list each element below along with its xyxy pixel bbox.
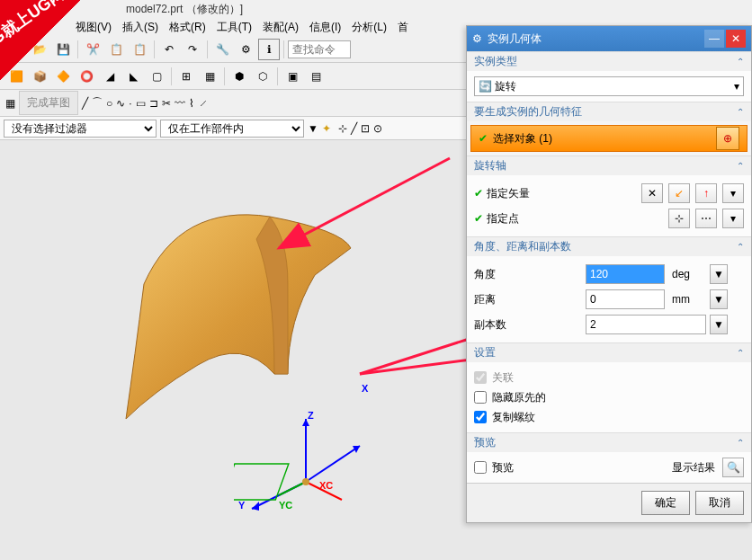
undo-icon[interactable]: ↶ — [158, 39, 180, 60]
chevron-up-icon: ⌃ — [737, 107, 744, 117]
vector-axis-button[interactable]: ↑ — [695, 183, 717, 203]
feat1-icon[interactable]: ▣ — [282, 66, 303, 87]
pattern-icon[interactable]: ⊞ — [175, 66, 197, 87]
associative-checkbox — [474, 371, 487, 384]
curve2-icon[interactable]: ⌇ — [189, 97, 194, 110]
info-icon[interactable]: ℹ — [258, 39, 280, 60]
show-result-button[interactable]: 🔍 — [722, 458, 744, 477]
snap3-icon[interactable]: ⊡ — [361, 122, 370, 135]
vector-dropdown[interactable]: ▾ — [722, 183, 744, 203]
svg-line-7 — [279, 482, 306, 495]
minimize-button[interactable]: — — [704, 30, 724, 48]
ok-button[interactable]: 确定 — [641, 491, 690, 515]
scope-filter[interactable]: 仅在工作部件内 — [160, 120, 304, 138]
section-instance-type[interactable]: 实例类型⌃ — [467, 51, 751, 71]
tool-icon[interactable]: 🔧 — [211, 39, 233, 60]
menu-pref[interactable]: 首 — [394, 18, 412, 37]
section-parameters[interactable]: 角度、距离和副本数⌃ — [467, 236, 751, 256]
preview-checkbox[interactable] — [474, 461, 487, 474]
select-object-row[interactable]: ✔ 选择对象 (1) ⊕ — [470, 125, 748, 152]
instance-geometry-dialog: ⚙ 实例几何体 — ✕ 实例类型⌃ 🔄 旋转▾ 要生成实例的几何特征⌃ ✔ 选择… — [466, 25, 752, 523]
trim-icon[interactable]: ✂ — [162, 97, 171, 110]
line-icon[interactable]: ╱ — [82, 97, 88, 110]
3d-viewport[interactable]: X Z Y XC YC — [0, 140, 466, 560]
target-icon[interactable]: ⊕ — [716, 127, 739, 150]
distance-dropdown[interactable]: ▼ — [710, 289, 728, 309]
command-search[interactable] — [288, 40, 351, 58]
subtract-icon[interactable]: ⬡ — [252, 66, 273, 87]
check-icon: ✔ — [479, 132, 488, 145]
distance-input[interactable] — [586, 289, 665, 309]
spline-icon[interactable]: ∿ — [116, 97, 125, 110]
copies-input[interactable] — [586, 315, 706, 334]
finish-sketch-button[interactable]: 完成草图 — [19, 91, 78, 115]
filter-icon2[interactable]: ✦ — [322, 122, 331, 135]
menu-format[interactable]: 格式(R) — [166, 18, 210, 37]
chevron-down-icon: ▾ — [734, 80, 739, 93]
curve3-icon[interactable]: ⟋ — [198, 97, 209, 110]
arc-icon[interactable]: ⌒ — [92, 95, 103, 111]
sketch-icon[interactable]: ▦ — [5, 97, 15, 110]
hide-original-label: 隐藏原先的 — [492, 390, 546, 405]
axis-xc-label: XC — [319, 480, 333, 491]
vector-picker-button[interactable]: ↙ — [668, 183, 690, 203]
copies-dropdown[interactable]: ▼ — [710, 315, 728, 334]
vector-dialog-button[interactable]: ✕ — [641, 183, 663, 203]
watermark-banner: 9SUG 学UG就上UG网 — [0, 0, 135, 90]
specify-vector-label: 指定矢量 — [487, 186, 595, 201]
shell-icon[interactable]: ▢ — [146, 66, 167, 87]
menu-analysis[interactable]: 分析(L) — [348, 18, 390, 37]
point-dialog-button[interactable]: ⊹ — [668, 209, 690, 228]
watermark-9sug: 9SUG — [0, 0, 4, 15]
watermark-slogan: 学UG就上UG网 — [0, 0, 68, 66]
section-preview[interactable]: 预览⌃ — [467, 432, 751, 452]
axis-yc-label: YC — [279, 500, 292, 511]
snap1-icon[interactable]: ⊹ — [338, 122, 347, 135]
filter-icon1[interactable]: ▼ — [308, 122, 318, 135]
snap2-icon[interactable]: ╱ — [351, 122, 357, 135]
point-icon[interactable]: · — [129, 97, 131, 110]
distance-unit: mm — [668, 293, 706, 306]
tool2-icon[interactable]: ⚙ — [235, 39, 256, 60]
close-button[interactable]: ✕ — [726, 30, 746, 48]
section-settings[interactable]: 设置⌃ — [467, 342, 751, 362]
associative-label: 关联 — [492, 370, 514, 386]
rotate-icon: 🔄 — [479, 80, 492, 93]
unite-icon[interactable]: ⬢ — [228, 66, 250, 87]
offset-icon[interactable]: ⊐ — [149, 97, 158, 110]
snap4-icon[interactable]: ⊙ — [373, 122, 382, 135]
distance-label: 距离 — [474, 292, 582, 307]
check-icon: ✔ — [474, 212, 483, 225]
circle-icon[interactable]: ○ — [106, 97, 112, 110]
section-geometry[interactable]: 要生成实例的几何特征⌃ — [467, 102, 751, 121]
dialog-titlebar[interactable]: ⚙ 实例几何体 — ✕ — [467, 26, 751, 51]
point-picker-button[interactable]: ⋯ — [695, 209, 717, 228]
menu-tools[interactable]: 工具(T) — [213, 18, 255, 37]
show-result-label: 显示结果 — [672, 460, 715, 476]
redo-icon[interactable]: ↷ — [182, 39, 203, 60]
chevron-up-icon: ⌃ — [737, 242, 744, 252]
svg-line-0 — [306, 446, 360, 482]
chevron-up-icon: ⌃ — [737, 438, 744, 448]
point-dropdown[interactable]: ▾ — [722, 209, 744, 228]
preview-label: 预览 — [492, 460, 514, 476]
selection-filter[interactable]: 没有选择过滤器 — [4, 120, 157, 138]
select-object-label: 选择对象 (1) — [493, 131, 552, 147]
hide-original-checkbox[interactable] — [474, 391, 487, 404]
feat2-icon[interactable]: ▤ — [305, 66, 327, 87]
angle-label: 角度 — [474, 267, 582, 282]
type-select[interactable]: 🔄 旋转▾ — [474, 76, 744, 96]
section-axis[interactable]: 旋转轴⌃ — [467, 156, 751, 175]
menu-assembly[interactable]: 装配(A) — [259, 18, 302, 37]
cancel-button[interactable]: 取消 — [695, 491, 744, 515]
angle-input[interactable] — [586, 264, 665, 284]
axis-z-label: Z — [308, 410, 314, 421]
curve1-icon[interactable]: 〰 — [175, 97, 185, 110]
angle-dropdown[interactable]: ▼ — [710, 264, 728, 284]
rect-icon[interactable]: ▭ — [136, 97, 146, 110]
mirror-icon[interactable]: ▦ — [199, 66, 220, 87]
angle-unit: deg — [668, 268, 706, 280]
specify-point-label: 指定点 — [487, 211, 595, 227]
copy-thread-checkbox[interactable] — [474, 411, 487, 423]
menu-info[interactable]: 信息(I) — [306, 18, 345, 37]
